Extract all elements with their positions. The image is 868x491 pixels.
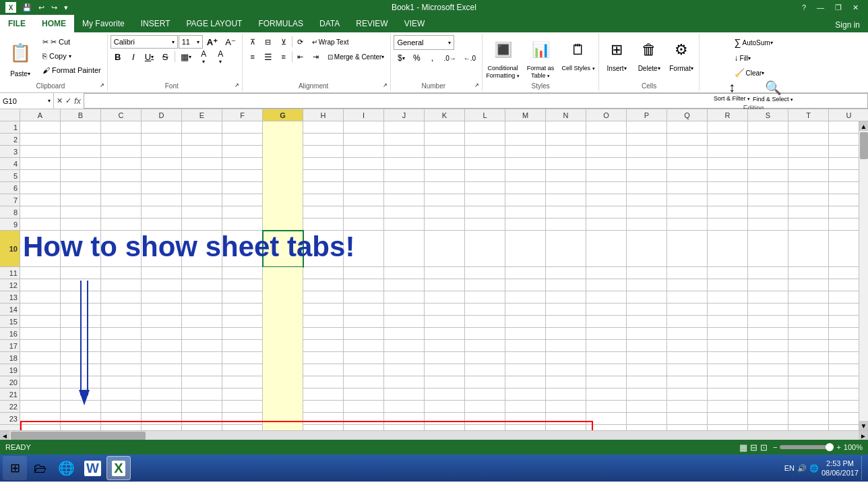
cell-M12[interactable] [505,279,546,291]
tab-formulas[interactable]: FORMULAS [250,15,311,32]
cell-P24[interactable] [627,425,667,430]
cell-T21[interactable] [788,388,829,401]
copy-dropdown-icon[interactable]: ▾ [69,53,71,59]
cell-H18[interactable] [303,352,344,364]
cell-P5[interactable] [627,170,667,182]
cell-J6[interactable] [384,182,425,194]
format-as-table-button[interactable]: 📊 Format as Table ▾ [523,35,558,80]
merge-center-button[interactable]: ⊡ Merge & Center ▾ [324,50,388,63]
cell-K2[interactable] [425,134,465,146]
cell-F21[interactable] [222,388,263,401]
cell-C1[interactable] [101,121,142,134]
copy-button[interactable]: ⎘ Copy ▾ [39,49,104,63]
number-format-dropdown[interactable]: General ▾ [394,35,454,50]
cell-M20[interactable] [505,376,546,388]
cell-D22[interactable] [142,401,182,413]
cell-B12[interactable] [61,279,101,291]
cell-N23[interactable] [546,413,586,425]
cell-R10[interactable] [708,231,748,267]
cell-L9[interactable] [465,219,505,231]
cell-T4[interactable] [788,158,829,170]
cell-J20[interactable] [384,376,425,388]
tab-view[interactable]: VIEW [396,15,433,32]
cell-C3[interactable] [101,146,142,158]
cell-D6[interactable] [142,182,182,194]
cell-J5[interactable] [384,170,425,182]
cell-I8[interactable] [344,206,384,219]
row-15[interactable]: 15 [0,316,20,328]
cell-L24[interactable] [465,425,505,430]
taskbar-word[interactable]: W [80,456,105,480]
cell-N1[interactable] [546,121,586,134]
number-format-dropdown-icon[interactable]: ▾ [448,40,451,46]
cell-F24[interactable] [222,425,263,430]
cell-L5[interactable] [465,170,505,182]
fill-button[interactable]: ↓ Fill ▾ [731,51,755,65]
cell-I9[interactable] [344,219,384,231]
cell-J19[interactable] [384,364,425,376]
zoom-out-button[interactable]: − [773,443,777,451]
cell-Q16[interactable] [667,328,708,340]
cell-F9[interactable] [222,219,263,231]
cell-I20[interactable] [344,376,384,388]
cell-C16[interactable] [101,328,142,340]
format-button[interactable]: ⚙ Format ▾ [666,35,696,72]
cell-J22[interactable] [384,401,425,413]
cell-K23[interactable] [425,413,465,425]
cell-G23[interactable] [263,413,303,425]
row-7[interactable]: 7 [0,194,20,206]
cell-A5[interactable] [20,170,61,182]
cell-F8[interactable] [222,206,263,219]
cell-T19[interactable] [788,364,829,376]
row-20[interactable]: 20 [0,376,20,388]
cell-L7[interactable] [465,194,505,206]
cell-M17[interactable] [505,340,546,352]
cell-Q9[interactable] [667,219,708,231]
cell-H6[interactable] [303,182,344,194]
cell-N14[interactable] [546,304,586,316]
cell-C4[interactable] [101,158,142,170]
cell-F11[interactable] [222,267,263,279]
cell-P23[interactable] [627,413,667,425]
cell-B6[interactable] [61,182,101,194]
cell-G5[interactable] [263,170,303,182]
cell-P14[interactable] [627,304,667,316]
row-3[interactable]: 3 [0,146,20,158]
cell-O13[interactable] [586,291,627,304]
align-left-button[interactable]: ≡ [245,50,260,63]
cell-B21[interactable] [61,388,101,401]
cell-I2[interactable] [344,134,384,146]
cell-styles-dropdown[interactable]: ▾ [592,66,595,71]
cell-P6[interactable] [627,182,667,194]
cell-T11[interactable] [788,267,829,279]
cell-T16[interactable] [788,328,829,340]
top-align-button[interactable]: ⊼ [245,35,260,49]
alignment-expand-icon[interactable]: ↗ [383,82,388,88]
fill-color-dropdown[interactable]: ▾ [202,59,205,65]
cell-S17[interactable] [748,340,788,352]
cell-T3[interactable] [788,146,829,158]
cell-Q17[interactable] [667,340,708,352]
cell-A16[interactable] [20,328,61,340]
cell-G11[interactable] [263,267,303,279]
cell-P21[interactable] [627,388,667,401]
cell-R4[interactable] [708,158,748,170]
cell-O16[interactable] [586,328,627,340]
cell-H3[interactable] [303,146,344,158]
cell-K8[interactable] [425,206,465,219]
formula-bar-cancel-icon[interactable]: ✓ [65,96,71,105]
cell-M11[interactable] [505,267,546,279]
cell-L20[interactable] [465,376,505,388]
cell-F20[interactable] [222,376,263,388]
cell-B2[interactable] [61,134,101,146]
percent-button[interactable]: % [409,51,424,65]
col-header-q[interactable]: Q [667,109,708,121]
cell-E19[interactable] [182,364,222,376]
cell-M4[interactable] [505,158,546,170]
paste-dropdown-icon[interactable]: ▾ [28,71,30,77]
cell-Q3[interactable] [667,146,708,158]
cell-K10[interactable] [425,231,465,267]
cell-B4[interactable] [61,158,101,170]
cell-Q2[interactable] [667,134,708,146]
cell-N2[interactable] [546,134,586,146]
